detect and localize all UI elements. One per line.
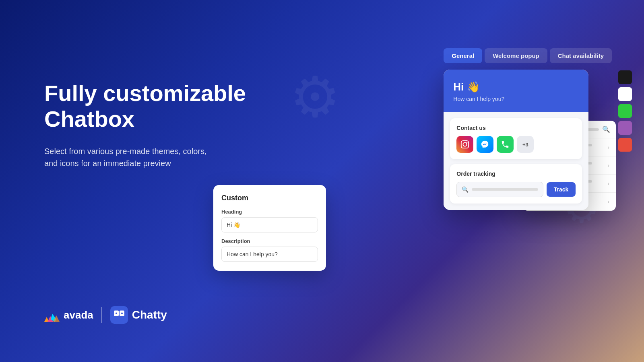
description-input[interactable]: [221, 247, 318, 262]
instagram-icon[interactable]: [456, 136, 473, 153]
custom-panel: Custom Heading Description: [213, 185, 326, 271]
contact-card: Contact us: [450, 118, 582, 159]
chatty-label: Chatty: [132, 309, 167, 321]
tab-welcome[interactable]: Welcome popup: [485, 48, 547, 63]
svg-point-9: [463, 142, 467, 146]
page-subtitle: Select from various pre-made themes, col…: [44, 145, 254, 169]
avada-label: avada: [64, 309, 93, 321]
gear-decoration-1: ⚙: [290, 64, 341, 130]
tracking-card: Order tracking 🔍 Track: [450, 164, 582, 204]
track-button[interactable]: Track: [547, 182, 576, 197]
more-badge[interactable]: +3: [517, 136, 534, 153]
avada-logo: avada: [44, 308, 93, 322]
tracking-placeholder-bar: [472, 188, 538, 191]
left-content: Fully customizable Chatbox Select from v…: [44, 80, 270, 169]
svg-rect-8: [461, 141, 469, 148]
contact-icons: +3: [456, 136, 576, 153]
chat-header: Hi 👋 How can I help you?: [444, 70, 588, 112]
heading-input[interactable]: [221, 217, 318, 232]
chat-body: Contact us: [444, 112, 588, 210]
logo-area: avada Chatty: [44, 306, 167, 324]
logo-divider: [101, 307, 102, 323]
swatch-red[interactable]: [618, 138, 632, 152]
chatty-icon: [110, 306, 128, 324]
swatch-green[interactable]: [618, 104, 632, 118]
chat-subtext: How can I help you?: [453, 96, 579, 102]
chevron-icon-2: ›: [607, 162, 609, 169]
tab-availability[interactable]: Chat availability: [550, 48, 612, 63]
svg-point-6: [116, 313, 117, 314]
contact-title: Contact us: [456, 125, 576, 131]
chat-greeting: Hi 👋: [453, 81, 579, 93]
custom-panel-title: Custom: [221, 194, 318, 202]
chat-bubble-icon: [114, 311, 124, 319]
page-title: Fully customizable Chatbox: [44, 80, 270, 132]
heading-label: Heading: [221, 209, 318, 215]
tracking-input[interactable]: 🔍: [456, 182, 543, 197]
chatty-logo: Chatty: [110, 306, 167, 324]
list-search-icon: 🔍: [602, 125, 610, 133]
avada-icon: [44, 308, 60, 322]
messenger-icon[interactable]: [477, 136, 493, 153]
svg-point-7: [121, 313, 123, 314]
description-label: Description: [221, 238, 318, 244]
svg-point-10: [466, 142, 468, 143]
tab-bar: General Welcome popup Chat availability: [444, 48, 612, 63]
tracking-row: 🔍 Track: [456, 182, 576, 197]
chevron-icon-4: ›: [607, 198, 609, 205]
swatch-black[interactable]: [618, 70, 632, 84]
chevron-icon-1: ›: [607, 144, 609, 150]
phone-icon[interactable]: [497, 136, 514, 153]
tab-general[interactable]: General: [444, 48, 482, 63]
chat-card: Hi 👋 How can I help you? Contact us: [444, 70, 588, 210]
color-swatches: [618, 70, 632, 152]
right-ui-container: General Welcome popup Chat availability …: [444, 48, 612, 210]
swatch-white[interactable]: [618, 87, 632, 101]
swatch-purple[interactable]: [618, 121, 632, 135]
search-icon: 🔍: [462, 186, 469, 193]
tracking-title: Order tracking: [456, 171, 576, 177]
chevron-icon-3: ›: [607, 180, 609, 187]
